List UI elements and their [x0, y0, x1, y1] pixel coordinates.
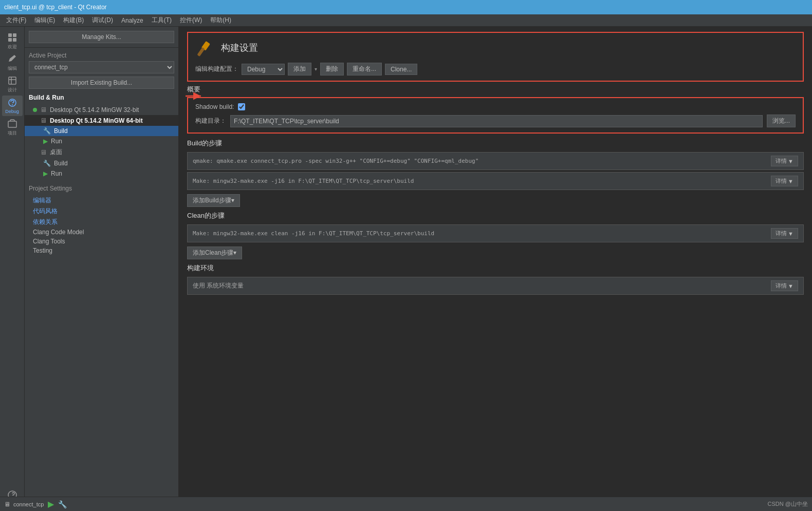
svg-rect-1: [13, 33, 16, 37]
kit-item-mingw64[interactable]: 🖥 Desktop Qt 5.14.2 MinGW 64-bit: [25, 115, 178, 126]
build-steps-title: Build的步骤: [187, 139, 804, 148]
sub-item-build-desktop[interactable]: 🔧 Build: [25, 158, 178, 168]
delete-config-btn[interactable]: 删除: [320, 63, 344, 75]
kit-name-mingw64: Desktop Qt 5.14.2 MinGW 64-bit: [50, 117, 143, 124]
svg-rect-13: [197, 47, 205, 56]
overview-section-title: 概要: [187, 85, 804, 94]
sidebar-welcome-btn[interactable]: 欢迎: [2, 31, 23, 51]
build-env-details-btn[interactable]: 详情 ▼: [771, 280, 798, 291]
monitor-icon-2: 🖥: [40, 117, 47, 124]
build-dir-row: 构建目录： 浏览...: [195, 115, 796, 127]
build-step-row-0: qmake: qmake.exe connect_tcp.pro -spec w…: [187, 152, 804, 170]
titlebar: client_tcp.ui @ tcp_client - Qt Creator: [0, 0, 812, 14]
menu-tools[interactable]: 工具(T): [147, 15, 176, 26]
bottom-buttons: ▶ 🔧: [48, 499, 67, 509]
menu-file[interactable]: 文件(F): [2, 15, 30, 26]
left-panel: Manage Kits... Active Project connect_tc…: [25, 27, 179, 511]
sub-run-label-2: Run: [51, 170, 62, 177]
clean-step-cmd-0: Make: mingw32-make.exe clean -j16 in F:\…: [193, 230, 434, 237]
add-clean-step-btn[interactable]: 添加Clean步骤▾: [187, 247, 242, 259]
kit-item-desktop[interactable]: 🖥 桌面: [25, 146, 178, 158]
monitor-icon: 🖥: [40, 106, 47, 113]
bottom-device-section: 🖥 connect_tcp: [4, 501, 44, 508]
browse-button[interactable]: 浏览...: [767, 115, 796, 127]
kit-active-dot: [33, 108, 37, 112]
settings-deps-link[interactable]: 依赖关系: [25, 217, 178, 228]
sidebar-design-label: 设计: [8, 87, 17, 93]
menu-build[interactable]: 构建(B): [59, 15, 88, 26]
sidebar-edit-btn[interactable]: 编辑: [2, 52, 23, 73]
sub-build-label: Build: [54, 127, 68, 135]
overview-section: Shadow build: 构建目录： 浏览...: [187, 97, 804, 134]
shadow-build-label: Shadow build:: [195, 103, 234, 110]
hammer-icon: [195, 38, 215, 58]
sidebar-debug-btn[interactable]: Debug: [2, 96, 23, 116]
clean-step-row-0: Make: mingw32-make.exe clean -j16 in F:\…: [187, 224, 804, 242]
kit-name-desktop: 桌面: [50, 148, 62, 157]
svg-rect-4: [9, 77, 16, 84]
add-config-btn[interactable]: 添加: [288, 63, 311, 75]
bottom-project-name: connect_tcp: [13, 501, 44, 507]
menu-debug[interactable]: 调试(D): [88, 15, 117, 26]
build-config-row: 编辑构建配置： Debug 添加 ▾ 删除 重命名... Clone...: [195, 63, 796, 75]
settings-codestyle-link[interactable]: 代码风格: [25, 206, 178, 217]
config-label: 编辑构建配置：: [195, 65, 238, 73]
titlebar-text: client_tcp.ui @ tcp_client - Qt Creator: [4, 4, 107, 11]
project-select[interactable]: connect_tcp: [29, 61, 174, 73]
sub-run-label: Run: [51, 138, 62, 145]
kit-item-mingw32[interactable]: 🖥 Desktop Qt 5.14.2 MinGW 32-bit: [25, 104, 178, 115]
sidebar-project-label: 项目: [8, 130, 17, 137]
rename-config-btn[interactable]: 重命名...: [347, 63, 382, 75]
build-button-bottom[interactable]: 🔧: [58, 500, 67, 508]
menu-analyze[interactable]: Analyze: [117, 16, 147, 25]
build-env-row: 使用 系统环境变量 详情 ▼: [187, 277, 804, 295]
status-bar: 🖥 connect_tcp ▶ 🔧 CSDN @山中坐: [0, 497, 812, 511]
build-steps-section: Build的步骤 qmake: qmake.exe connect_tcp.pr…: [187, 139, 804, 207]
sidebar-project-btn[interactable]: 项目: [2, 117, 23, 138]
build-step-cmd-1: Make: mingw32-make.exe -j16 in F:\QT_ITE…: [193, 178, 414, 184]
import-existing-build-button[interactable]: Import Existing Build...: [29, 77, 174, 89]
build-settings-title-block: 构建设置: [221, 42, 258, 54]
add-build-step-btn[interactable]: 添加Build步骤▾: [187, 194, 240, 207]
sidebar-edit-label: 编辑: [8, 65, 17, 72]
sidebar-design-btn[interactable]: 设计: [2, 74, 23, 94]
build-icon-2: 🔧: [43, 160, 51, 167]
settings-testing[interactable]: Testing: [25, 246, 178, 255]
play-button[interactable]: ▶: [48, 499, 54, 509]
kit-name-mingw32: Desktop Qt 5.14.2 MinGW 32-bit: [50, 106, 139, 113]
settings-editor-link[interactable]: 编辑器: [25, 195, 178, 206]
shadow-build-checkbox[interactable]: [238, 103, 245, 110]
build-config-select[interactable]: Debug: [242, 64, 285, 75]
svg-rect-3: [13, 38, 16, 42]
sub-item-build-64[interactable]: 🔧 Build: [25, 126, 178, 136]
build-step-details-btn-1[interactable]: 详情 ▼: [771, 176, 798, 186]
build-run-title: Build & Run: [25, 89, 178, 104]
sub-build-label-2: Build: [54, 160, 68, 167]
settings-clang-model[interactable]: Clang Code Model: [25, 228, 178, 237]
icon-sidebar: 欢迎 编辑 设计 Debug 项目 帮助: [0, 27, 25, 511]
sub-item-run-desktop[interactable]: ▶ Run: [25, 168, 178, 179]
build-step-details-btn-0[interactable]: 详情 ▼: [771, 156, 798, 166]
main-content: 构建设置 编辑构建配置： Debug 添加 ▾ 删除 重命名... Clone.…: [179, 27, 812, 511]
settings-clang-tools[interactable]: Clang Tools: [25, 237, 178, 246]
clean-steps-title: Clean的步骤: [187, 211, 804, 220]
svg-rect-9: [8, 121, 16, 127]
svg-rect-0: [8, 33, 12, 37]
project-settings-title: Project Settings: [25, 179, 178, 195]
clean-steps-section: Clean的步骤 Make: mingw32-make.exe clean -j…: [187, 211, 804, 259]
clean-step-details-btn-0[interactable]: 详情 ▼: [771, 228, 798, 239]
build-dir-label: 构建目录：: [195, 117, 226, 125]
monitor-icon-3: 🖥: [40, 148, 47, 156]
build-env-title: 构建环境: [187, 263, 804, 273]
sidebar-welcome-label: 欢迎: [8, 44, 17, 50]
overview-title: 概要: [187, 85, 804, 94]
manage-kits-button[interactable]: Manage Kits...: [29, 31, 174, 43]
build-dir-input[interactable]: [230, 115, 763, 127]
clone-config-btn[interactable]: Clone...: [385, 64, 417, 75]
menu-edit[interactable]: 编辑(E): [30, 15, 59, 26]
build-step-cmd-0: qmake: qmake.exe connect_tcp.pro -spec w…: [193, 158, 478, 164]
build-settings-header: 构建设置: [195, 38, 796, 58]
menu-controls[interactable]: 控件(W): [176, 15, 206, 26]
menu-help[interactable]: 帮助(H): [206, 15, 235, 26]
sub-item-run-64[interactable]: ▶ Run: [25, 136, 178, 146]
